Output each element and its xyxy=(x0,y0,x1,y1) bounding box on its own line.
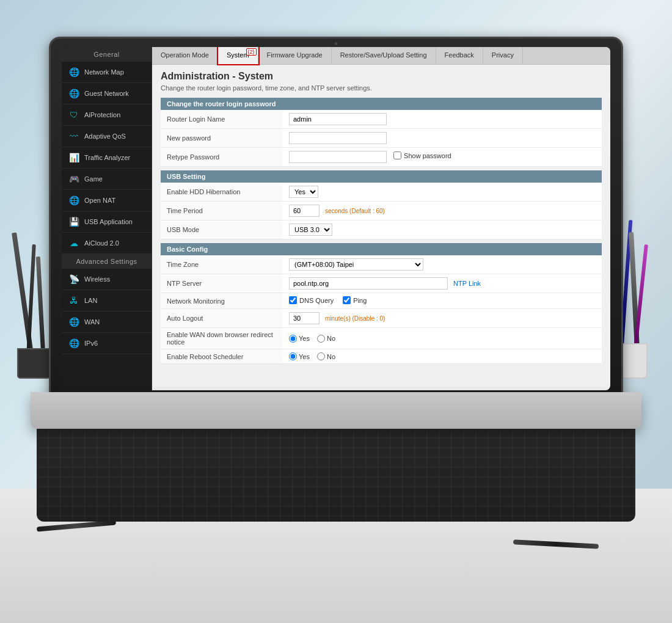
sidebar-item-label: WAN xyxy=(84,318,100,326)
tab-privacy[interactable]: Privacy xyxy=(483,47,523,64)
sidebar-item-wan[interactable]: 🌐 WAN xyxy=(62,312,152,333)
section-header-basic-config: Basic Config xyxy=(161,243,602,255)
new-password-input[interactable] xyxy=(289,132,387,144)
sidebar-advanced-title: Advanced Settings xyxy=(62,254,152,269)
table-row: Router Login Name xyxy=(161,110,602,129)
tab-operation-mode[interactable]: Operation Mode xyxy=(152,47,218,64)
tab-firmware-upgrade[interactable]: Firmware Upgrade xyxy=(258,47,332,64)
auto-logout-hint: minute(s) (Disable : 0) xyxy=(325,315,385,322)
ntp-link[interactable]: NTP Link xyxy=(453,280,481,287)
table-row: Time Zone (GMT+08:00) Taipei (GMT+00:00)… xyxy=(161,255,602,274)
usb-mode-select[interactable]: USB 3.0 USB 2.0 xyxy=(289,224,332,236)
field-value: Show password xyxy=(283,148,602,167)
field-label: Auto Logout xyxy=(161,309,283,328)
page-description: Change the router login password, time z… xyxy=(161,84,602,92)
wan-redirect-no-label[interactable]: No xyxy=(317,335,335,343)
tab-badge: (2) xyxy=(246,48,257,56)
open-nat-icon: 🌐 xyxy=(68,194,80,206)
sidebar-item-wireless[interactable]: 📡 Wireless xyxy=(62,269,152,290)
time-zone-select[interactable]: (GMT+08:00) Taipei (GMT+00:00) UTC (GMT-… xyxy=(289,258,423,271)
page-content: Administration - System Change the route… xyxy=(152,65,610,390)
field-label: Retype Password xyxy=(161,148,283,167)
sidebar-item-usb-application[interactable]: 💾 USB Application xyxy=(62,211,152,233)
section-header-usb: USB Setting xyxy=(161,170,602,183)
camera-dot xyxy=(335,42,338,45)
reboot-no-radio[interactable] xyxy=(317,352,325,360)
wan-redirect-no-radio[interactable] xyxy=(317,335,325,343)
tab-restore-save[interactable]: Restore/Save/Upload Setting xyxy=(332,47,436,64)
tab-feedback[interactable]: Feedback xyxy=(436,47,483,64)
field-value: seconds (Default : 60) xyxy=(283,202,602,220)
sidebar-item-open-nat[interactable]: 🌐 Open NAT xyxy=(62,190,152,211)
router-login-name-input[interactable] xyxy=(289,113,387,125)
field-value: Yes No xyxy=(283,183,602,202)
lan-icon: 🖧 xyxy=(68,294,80,307)
field-value: Yes No xyxy=(283,349,602,364)
sidebar-item-label: Guest Network xyxy=(84,90,129,97)
hdd-hibernation-select[interactable]: Yes No xyxy=(289,186,318,198)
section-header-password: Change the router login password xyxy=(161,98,602,110)
sidebar-item-adaptive-qos[interactable]: 〰 Adaptive QoS xyxy=(62,126,152,147)
sidebar-item-label: LAN xyxy=(84,297,97,304)
laptop-lid: General 🌐 Network Map 🌐 Guest Network 🛡 … xyxy=(49,37,623,397)
form-table-usb: Enable HDD Hibernation Yes No Time Perio… xyxy=(161,183,602,239)
sidebar-item-guest-network[interactable]: 🌐 Guest Network xyxy=(62,83,152,104)
sidebar-item-label: IPv6 xyxy=(84,340,98,347)
wan-redirect-no-text: No xyxy=(327,335,335,342)
retype-password-input[interactable] xyxy=(289,151,387,163)
sidebar: General 🌐 Network Map 🌐 Guest Network 🛡 … xyxy=(62,47,152,390)
field-label: NTP Server xyxy=(161,274,283,293)
field-value: minute(s) (Disable : 0) xyxy=(283,309,602,328)
auto-logout-input[interactable] xyxy=(289,312,320,324)
field-value: DNS Query Ping xyxy=(283,293,602,309)
reboot-yes-label[interactable]: Yes xyxy=(289,352,310,360)
form-table-password: Router Login Name New password xyxy=(161,110,602,167)
sidebar-item-label: Traffic Analyzer xyxy=(84,154,130,161)
sidebar-item-label: Adaptive QoS xyxy=(84,133,126,140)
reboot-no-label[interactable]: No xyxy=(317,352,335,360)
wan-redirect-yes-text: Yes xyxy=(299,335,310,342)
reboot-yes-radio[interactable] xyxy=(289,352,297,360)
field-value xyxy=(283,129,602,148)
field-value: USB 3.0 USB 2.0 xyxy=(283,220,602,239)
field-label: Network Monitoring xyxy=(161,293,283,309)
time-period-hint: seconds (Default : 60) xyxy=(325,208,385,214)
wan-icon: 🌐 xyxy=(68,316,80,328)
sidebar-item-network-map[interactable]: 🌐 Network Map xyxy=(62,62,152,83)
sidebar-item-lan[interactable]: 🖧 LAN xyxy=(62,290,152,312)
ping-label: Ping xyxy=(353,297,367,304)
ntp-server-input[interactable] xyxy=(289,277,448,290)
table-row: NTP Server NTP Link xyxy=(161,274,602,293)
dns-query-label: DNS Query xyxy=(299,297,334,304)
show-password-checkbox[interactable] xyxy=(393,151,401,159)
field-label: Enable Reboot Scheduler xyxy=(161,349,283,364)
table-row: Enable Reboot Scheduler Yes xyxy=(161,349,602,364)
ipv6-icon: 🌐 xyxy=(68,337,80,349)
field-value: Yes No xyxy=(283,328,602,349)
game-icon: 🎮 xyxy=(68,173,80,185)
field-label: Enable WAN down browser redirect notice xyxy=(161,328,283,349)
ping-checkbox[interactable] xyxy=(343,296,351,304)
dns-query-checkbox[interactable] xyxy=(289,296,297,304)
tab-system[interactable]: System (2) xyxy=(218,47,258,64)
field-label: Router Login Name xyxy=(161,110,283,129)
guest-network-icon: 🌐 xyxy=(68,87,80,100)
sidebar-item-label: Wireless xyxy=(84,275,110,283)
sidebar-item-ipv6[interactable]: 🌐 IPv6 xyxy=(62,333,152,354)
wan-redirect-yes-label[interactable]: Yes xyxy=(289,335,310,343)
sidebar-item-label: AiCloud 2.0 xyxy=(84,239,119,247)
time-period-input[interactable] xyxy=(289,205,320,217)
sidebar-item-label: AiProtection xyxy=(84,111,120,118)
field-label: Time Period xyxy=(161,202,283,220)
sidebar-item-traffic-analyzer[interactable]: 📊 Traffic Analyzer xyxy=(62,147,152,169)
laptop-screen: General 🌐 Network Map 🌐 Guest Network 🛡 … xyxy=(62,47,610,390)
sidebar-item-game[interactable]: 🎮 Game xyxy=(62,169,152,190)
table-row: USB Mode USB 3.0 USB 2.0 xyxy=(161,220,602,239)
form-table-basic-config: Time Zone (GMT+08:00) Taipei (GMT+00:00)… xyxy=(161,255,602,364)
sidebar-item-aiprotection[interactable]: 🛡 AiProtection xyxy=(62,104,152,126)
sidebar-item-aicloud[interactable]: ☁ AiCloud 2.0 xyxy=(62,233,152,254)
wan-redirect-yes-radio[interactable] xyxy=(289,335,297,343)
page-title: Administration - System xyxy=(161,71,602,82)
wan-redirect-radio-group: Yes No xyxy=(289,335,596,343)
sidebar-general-title: General xyxy=(62,47,152,62)
